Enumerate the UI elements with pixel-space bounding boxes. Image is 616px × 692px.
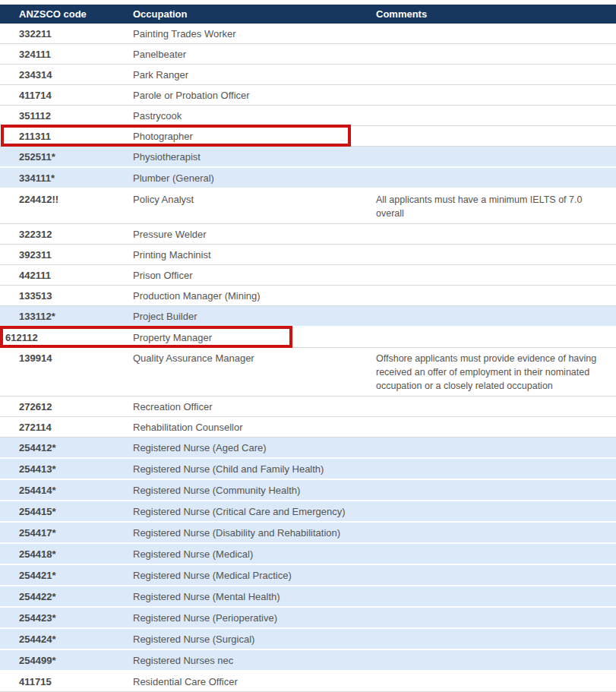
comments-cell — [376, 306, 616, 326]
occupation-cell: Pressure Welder — [133, 224, 376, 244]
comments-cell — [376, 327, 616, 347]
anzsco-code-cell: 322312 — [0, 224, 133, 244]
occupation-cell: Painting Trades Worker — [133, 24, 376, 43]
occupation-cell: Registered Nurse (Medical Practice) — [133, 565, 376, 585]
anzsco-code-cell: 224412!! — [0, 189, 133, 223]
occupation-cell: Project Builder — [133, 306, 376, 326]
comments-cell — [376, 565, 616, 585]
table-row: 612112 Property Manager — [0, 327, 616, 348]
comments-cell — [376, 286, 616, 305]
anzsco-code-cell: 254413* — [0, 459, 133, 479]
table-row: 234314 Park Ranger — [0, 65, 616, 85]
comments-cell: All applicants must have a minimum IELTS… — [376, 189, 616, 223]
comments-cell — [376, 65, 616, 84]
occupation-cell: Physiotherapist — [133, 147, 376, 166]
anzsco-code-cell: 411715 — [0, 671, 133, 691]
anzsco-code-cell: 442111 — [0, 265, 133, 285]
anzsco-code-cell: 254414* — [0, 480, 133, 500]
table-row: 392311 Printing Machinist — [0, 245, 616, 265]
comments-cell — [376, 608, 616, 627]
table-row: 139914 Quality Assurance Manager Offshor… — [0, 348, 616, 397]
occupation-cell: Panelbeater — [133, 44, 376, 64]
column-header-occupation: Occupation — [133, 8, 376, 20]
table-row: 254423* Registered Nurse (Perioperative) — [0, 608, 616, 629]
occupation-cell: Parole or Probation Officer — [133, 85, 376, 105]
table-row: 334111* Plumber (General) — [0, 168, 616, 189]
comments-cell — [376, 168, 616, 188]
anzsco-code-cell: 324111 — [0, 44, 133, 64]
anzsco-code-cell: 411714 — [0, 85, 133, 105]
anzsco-code-cell: 272612 — [0, 397, 133, 416]
table-header-row: ANZSCO code Occupation Comments — [0, 5, 616, 24]
table-row: 254412* Registered Nurse (Aged Care) — [0, 438, 616, 459]
anzsco-code-cell: 392311 — [0, 245, 133, 264]
table-row: 442111 Prison Officer — [0, 265, 616, 286]
anzsco-code-cell: 254417* — [0, 523, 133, 542]
anzsco-code-cell: 272114 — [0, 417, 133, 437]
comments-cell — [376, 586, 616, 606]
comments-cell — [376, 24, 616, 43]
anzsco-code-cell: 254418* — [0, 544, 133, 564]
table-row: 252511* Physiotherapist — [0, 147, 616, 168]
table-row: 254424* Registered Nurse (Surgical) — [0, 629, 616, 650]
occupation-cell: Rehabilitation Counsellor — [133, 417, 376, 437]
anzsco-code-cell: 133513 — [0, 286, 133, 305]
comments-cell — [376, 147, 616, 166]
comments-cell — [376, 126, 616, 146]
table-row: 224412!! Policy Analyst All applicants m… — [0, 189, 616, 224]
comments-cell — [376, 265, 616, 285]
table-row: 324111 Panelbeater — [0, 44, 616, 65]
table-row: 254422* Registered Nurse (Mental Health) — [0, 586, 616, 608]
table-row: 133112* Project Builder — [0, 306, 616, 327]
anzsco-code-cell: 211311 — [0, 126, 133, 146]
occupation-cell: Park Ranger — [133, 65, 376, 84]
occupation-cell: Recreation Officer — [133, 397, 376, 416]
anzsco-code-cell: 351112 — [0, 106, 133, 125]
anzsco-code-cell: 252511* — [0, 147, 133, 166]
occupation-cell: Photographer — [133, 126, 376, 146]
table-body: 332211 Painting Trades Worker 324111 Pan… — [0, 24, 616, 692]
occupation-cell: Printing Machinist — [133, 245, 376, 264]
comments-cell — [376, 501, 616, 521]
occupation-cell: Quality Assurance Manager — [133, 348, 376, 396]
table-row: 254421* Registered Nurse (Medical Practi… — [0, 565, 616, 586]
occupation-cell: Production Manager (Mining) — [133, 286, 376, 305]
occupation-cell: Registered Nurse (Aged Care) — [133, 438, 376, 457]
anzsco-code-cell: 612112 — [0, 327, 133, 347]
table-row: 411714 Parole or Probation Officer — [0, 85, 616, 106]
table-row: 272114 Rehabilitation Counsellor — [0, 417, 616, 438]
anzsco-code-cell: 133112* — [0, 306, 133, 326]
comments-cell — [376, 106, 616, 125]
comments-cell — [376, 671, 616, 691]
occupation-cell: Registered Nurse (Surgical) — [133, 629, 376, 649]
table-row: 254414* Registered Nurse (Community Heal… — [0, 480, 616, 501]
comments-cell — [376, 480, 616, 500]
occupation-cell: Registered Nurse (Perioperative) — [133, 608, 376, 627]
table-row: 322312 Pressure Welder — [0, 224, 616, 245]
occupation-cell: Registered Nurse (Disability and Rehabil… — [133, 523, 376, 542]
anzsco-code-cell: 254424* — [0, 629, 133, 649]
occupation-cell: Residential Care Officer — [133, 671, 376, 691]
anzsco-code-cell: 332211 — [0, 24, 133, 43]
occupation-cell: Prison Officer — [133, 265, 376, 285]
table-row: 254415* Registered Nurse (Critical Care … — [0, 501, 616, 523]
occupation-cell: Registered Nurse (Mental Health) — [133, 586, 376, 606]
anzsco-code-cell: 254422* — [0, 586, 133, 606]
column-header-anzsco-code: ANZSCO code — [0, 8, 133, 20]
comments-cell — [376, 544, 616, 564]
anzsco-code-cell: 254421* — [0, 565, 133, 585]
anzsco-code-cell: 334111* — [0, 168, 133, 188]
anzsco-code-cell: 254412* — [0, 438, 133, 457]
occupation-list-table: ANZSCO code Occupation Comments 332211 P… — [0, 5, 616, 692]
table-row: 254417* Registered Nurse (Disability and… — [0, 523, 616, 544]
comments-cell: Offshore applicants must provide evidenc… — [376, 348, 616, 396]
comments-cell — [376, 417, 616, 437]
comments-cell — [376, 44, 616, 64]
occupation-cell: Registered Nurse (Community Health) — [133, 480, 376, 500]
table-row: 254499* Registered Nurses nec — [0, 650, 616, 671]
table-row: 351112 Pastrycook — [0, 106, 616, 126]
comments-cell — [376, 629, 616, 649]
table-row: 411715 Residential Care Officer — [0, 671, 616, 692]
comments-cell — [376, 85, 616, 105]
table-row: 254418* Registered Nurse (Medical) — [0, 544, 616, 565]
